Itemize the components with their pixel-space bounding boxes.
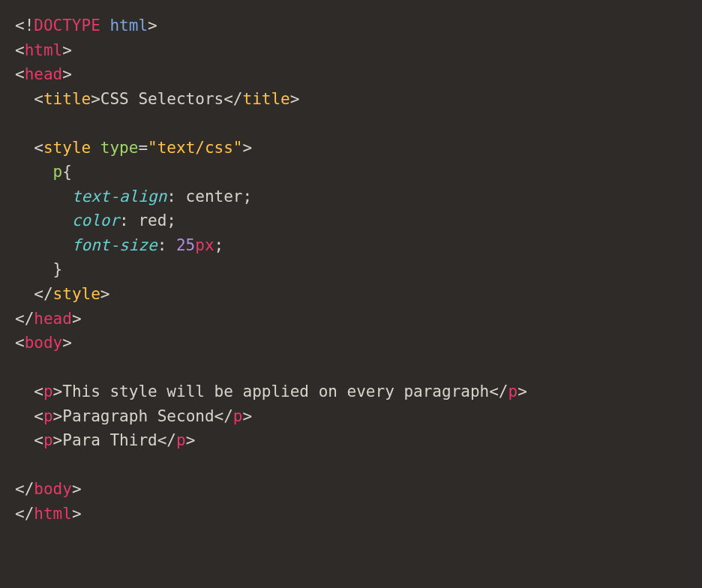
code-line: <title>CSS Selectors</title> [15, 90, 299, 108]
code-line: <html> [15, 41, 72, 59]
code-editor[interactable]: <!DOCTYPE html> <html> <head> <title>CSS… [15, 14, 687, 526]
code-line: </html> [15, 505, 82, 523]
code-line: <head> [15, 65, 72, 83]
code-line: </style> [15, 285, 110, 303]
code-line: color: red; [15, 212, 176, 230]
code-line: <!DOCTYPE html> [15, 16, 158, 34]
code-line: font-size: 25px; [15, 236, 224, 254]
code-line: </head> [15, 310, 82, 328]
code-line: } [15, 260, 62, 278]
code-line: <p>Paragraph Second</p> [15, 407, 252, 425]
code-line: <body> [15, 334, 72, 352]
code-line: <style type="text/css"> [15, 139, 252, 157]
code-line: p{ [15, 163, 72, 181]
code-line: </body> [15, 480, 82, 498]
code-line: <p>Para Third</p> [15, 431, 195, 449]
code-line: text-align: center; [15, 188, 252, 206]
code-line: <p>This style will be applied on every p… [15, 382, 527, 400]
